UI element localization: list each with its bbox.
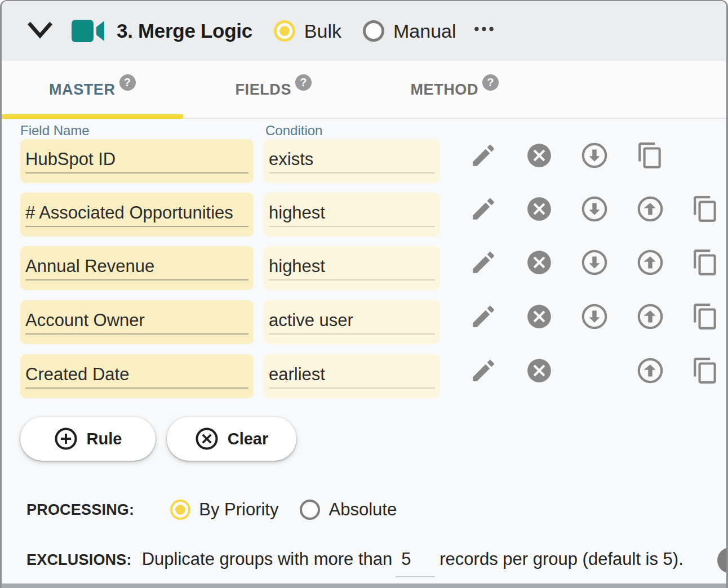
condition-input[interactable]: active user — [264, 300, 440, 344]
move-down-icon[interactable] — [580, 248, 609, 277]
video-camera-icon — [72, 18, 104, 44]
field-name-value: Annual Revenue — [25, 256, 154, 277]
radio-by-priority[interactable] — [170, 500, 190, 520]
radio-absolute[interactable] — [300, 500, 320, 520]
panel-title: 3. Merge Logic — [117, 20, 252, 42]
input-underline — [25, 387, 248, 389]
row-actions — [469, 357, 721, 386]
x-circle-icon — [195, 427, 219, 451]
radio-manual-label[interactable]: Manual — [393, 20, 456, 42]
copy-icon[interactable] — [691, 195, 720, 223]
tab-master-label: MASTER — [49, 81, 116, 99]
field-name-input[interactable]: Account Owner — [20, 300, 254, 344]
column-label-field-name: Field Name — [20, 123, 90, 139]
copy-icon[interactable] — [636, 141, 664, 170]
processing-label: PROCESSING: — [26, 501, 134, 519]
processing-section: PROCESSING: By Priority Absolute — [26, 492, 397, 528]
move-down-icon[interactable] — [580, 195, 609, 223]
tab-fields[interactable]: FIELDS ? — [183, 61, 365, 119]
radio-bulk-label[interactable]: Bulk — [304, 20, 341, 42]
condition-value: active user — [269, 310, 353, 331]
row-actions — [469, 195, 721, 224]
field-name-value: HubSpot ID — [25, 149, 116, 170]
delete-icon[interactable] — [525, 248, 553, 277]
exclusions-label: EXCLUSIONS: — [26, 551, 132, 569]
condition-value: exists — [269, 149, 313, 170]
plus-circle-icon — [54, 427, 78, 451]
exclusions-section: EXCLUSIONS: Duplicate groups with more t… — [26, 549, 683, 583]
input-underline — [25, 279, 248, 280]
field-name-value: Created Date — [25, 364, 129, 385]
move-up-icon[interactable] — [636, 357, 664, 385]
copy-icon[interactable] — [691, 357, 720, 385]
field-name-value: Account Owner — [25, 310, 145, 331]
clear-button[interactable]: Clear — [167, 417, 296, 461]
move-down-icon[interactable] — [580, 141, 609, 170]
radio-manual[interactable] — [363, 20, 384, 42]
panel-header: 3. Merge Logic Bulk Manual — [2, 1, 726, 61]
help-icon[interactable]: ? — [482, 74, 499, 91]
exclusions-count-input[interactable] — [396, 549, 435, 577]
move-down-icon[interactable] — [580, 302, 609, 331]
exclusions-text-before: Duplicate groups with more than — [142, 549, 393, 569]
tab-bar: MASTER ? FIELDS ? METHOD ? — [2, 61, 726, 119]
input-underline — [25, 172, 248, 173]
merge-logic-panel: 3. Merge Logic Bulk Manual MASTER ? FIEL… — [0, 0, 728, 588]
condition-input[interactable]: highest — [264, 246, 440, 290]
edit-icon[interactable] — [469, 141, 498, 170]
condition-input[interactable]: earliest — [264, 354, 440, 398]
edit-icon[interactable] — [469, 357, 498, 385]
condition-input[interactable]: exists — [264, 139, 440, 183]
copy-icon[interactable] — [691, 248, 720, 277]
condition-value: highest — [269, 203, 325, 223]
condition-value: highest — [269, 256, 325, 277]
input-underline — [269, 226, 435, 227]
radio-absolute-label[interactable]: Absolute — [329, 500, 397, 520]
tab-method-label: METHOD — [410, 81, 478, 99]
rule-row: Created Date earliest — [20, 354, 719, 398]
help-icon[interactable]: ? — [295, 74, 312, 91]
move-up-icon[interactable] — [636, 195, 664, 223]
input-underline — [269, 279, 435, 280]
column-label-condition: Condition — [265, 123, 322, 139]
delete-icon[interactable] — [525, 302, 553, 331]
master-tab-content: Field Name Condition HubSpot ID exists #… — [2, 119, 726, 588]
tab-master[interactable]: MASTER ? — [2, 61, 183, 119]
row-actions — [469, 302, 721, 332]
edge-fab-button[interactable] — [717, 547, 728, 573]
input-underline — [269, 172, 435, 173]
tab-method[interactable]: METHOD ? — [364, 61, 545, 119]
move-up-icon[interactable] — [636, 302, 664, 331]
active-tab-indicator — [2, 114, 183, 119]
field-name-input[interactable]: Created Date — [20, 354, 254, 398]
edit-icon[interactable] — [469, 195, 498, 223]
copy-icon[interactable] — [691, 302, 720, 331]
rule-row: Account Owner active user — [20, 300, 719, 344]
radio-bulk[interactable] — [274, 20, 295, 42]
input-underline — [269, 387, 435, 389]
field-name-input[interactable]: # Associated Opportunities — [20, 193, 254, 237]
more-horizontal-icon[interactable] — [472, 19, 496, 43]
clear-label: Clear — [228, 430, 269, 448]
field-name-input[interactable]: HubSpot ID — [20, 139, 254, 183]
condition-input[interactable]: highest — [264, 193, 440, 237]
delete-icon[interactable] — [525, 195, 553, 223]
edit-icon[interactable] — [469, 302, 498, 331]
delete-icon[interactable] — [525, 141, 553, 170]
bottom-scroll-strip[interactable] — [2, 583, 726, 588]
radio-by-priority-label[interactable]: By Priority — [199, 500, 278, 520]
rule-row: HubSpot ID exists — [20, 139, 719, 183]
tab-spacer — [545, 61, 727, 119]
input-underline — [269, 333, 435, 335]
delete-icon[interactable] — [525, 357, 553, 385]
field-name-input[interactable]: Annual Revenue — [20, 246, 254, 290]
chevron-down-icon[interactable] — [26, 20, 54, 42]
move-up-icon[interactable] — [636, 248, 664, 277]
add-rule-button[interactable]: Rule — [20, 417, 156, 461]
help-icon[interactable]: ? — [119, 74, 136, 91]
exclusions-text-after: records per group (default is 5). — [440, 549, 683, 569]
tab-fields-label: FIELDS — [235, 81, 291, 99]
edit-icon[interactable] — [469, 248, 498, 277]
rule-row: Annual Revenue highest — [20, 246, 719, 290]
rule-row: # Associated Opportunities highest — [20, 193, 719, 237]
